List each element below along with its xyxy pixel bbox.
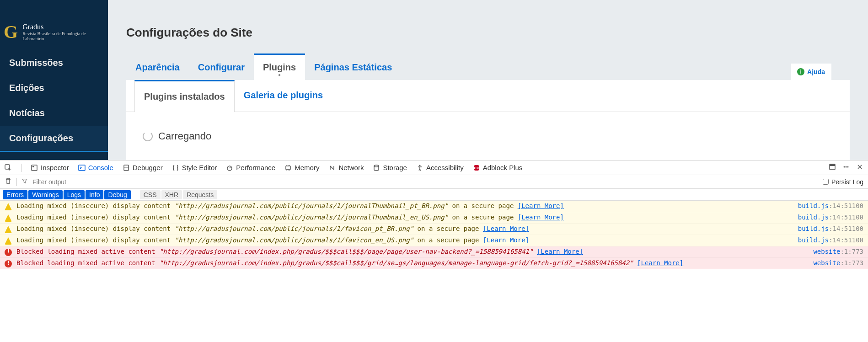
message-source[interactable]: build.js:14:51100 (798, 214, 863, 221)
subtab-plugins-instalados[interactable]: Plugins instalados (134, 80, 235, 112)
message-text: Loading mixed (insecure) display content… (16, 236, 793, 244)
cat-errors[interactable]: Errors (3, 190, 27, 199)
panel-loading: Carregando (126, 112, 850, 160)
tabs: Aparência Configurar Plugins● Páginas Es… (126, 53, 850, 80)
subtabs: Plugins instalados Galeria de plugins (126, 80, 850, 112)
devtool-inspector[interactable]: Inspector (31, 164, 69, 171)
console-message[interactable]: Loading mixed (insecure) display content… (0, 235, 868, 246)
learn-more-link[interactable]: [Learn More] (483, 236, 529, 244)
filter-input[interactable] (32, 178, 818, 186)
persist-log-checkbox[interactable] (823, 179, 829, 185)
persist-log-toggle[interactable]: Persist Log (823, 178, 863, 186)
trash-icon[interactable] (5, 177, 12, 186)
logo-glyph: G (4, 23, 18, 41)
devtool-style-editor[interactable]: Style Editor (172, 164, 217, 171)
help-button[interactable]: i Ajuda (791, 64, 831, 80)
console-message[interactable]: Blocked loading mixed active content "ht… (0, 246, 868, 258)
close-devtools-icon[interactable] (856, 163, 863, 172)
svg-point-7 (374, 165, 379, 167)
dock-icon[interactable] (829, 163, 836, 172)
message-text: Loading mixed (insecure) display content… (16, 225, 793, 232)
help-label: Ajuda (807, 68, 825, 75)
svg-point-12 (844, 166, 845, 168)
sidebar-item-configuracoes[interactable]: Configurações (0, 126, 108, 152)
tab-plugins[interactable]: Plugins● (254, 53, 305, 80)
cat-css[interactable]: CSS (140, 190, 161, 199)
info-icon: i (797, 68, 804, 75)
message-text: Loading mixed (insecure) display content… (16, 202, 793, 209)
tab-paginas-estaticas[interactable]: Páginas Estáticas (305, 53, 401, 80)
cat-requests[interactable]: Requests (183, 190, 217, 199)
message-source[interactable]: build.js:14:51100 (798, 236, 863, 244)
pick-element-icon[interactable] (5, 164, 12, 171)
loading-dot-icon: ● (278, 72, 281, 77)
console-message[interactable]: Blocked loading mixed active content "ht… (0, 258, 868, 269)
message-text: Loading mixed (insecure) display content… (16, 214, 793, 221)
logo-subtitle: Revista Brasileira de Fonologia de Labor… (22, 31, 101, 41)
message-source[interactable]: website:1:773 (813, 248, 863, 255)
warning-icon (5, 203, 12, 210)
svg-text:ABP: ABP (473, 166, 480, 170)
logo-text: Gradus Revista Brasileira de Fonologia d… (22, 23, 101, 41)
message-source[interactable]: build.js:14:51100 (798, 225, 863, 232)
logo-title: Gradus (22, 23, 101, 31)
svg-rect-1 (32, 165, 37, 171)
message-text: Blocked loading mixed active content "ht… (16, 248, 809, 255)
warning-icon (5, 226, 12, 233)
kebab-icon[interactable] (842, 163, 850, 172)
devtool-performance[interactable]: Performance (226, 164, 275, 171)
logo[interactable]: G Gradus Revista Brasileira de Fonologia… (0, 0, 108, 50)
cat-logs[interactable]: Logs (64, 190, 85, 199)
subtab-galeria-plugins[interactable]: Galeria de plugins (235, 80, 332, 112)
main-content: Configurações do Site Aparência Configur… (108, 0, 868, 160)
devtool-network[interactable]: Network (328, 164, 364, 171)
devtool-storage[interactable]: Storage (373, 164, 407, 171)
sidebar-item-edicoes[interactable]: Edições (0, 75, 108, 101)
sidebar-item-noticias[interactable]: Notícias (0, 101, 108, 126)
panel-loading-text: Carregando (158, 130, 211, 142)
error-icon (5, 260, 12, 267)
devtool-console[interactable]: Console (78, 164, 113, 171)
sidebar: G Gradus Revista Brasileira de Fonologia… (0, 0, 108, 160)
sidebar-item-submissoes[interactable]: Submissões (0, 50, 108, 75)
learn-more-link[interactable]: [Learn More] (537, 248, 583, 255)
svg-point-14 (847, 166, 849, 168)
svg-rect-11 (830, 164, 835, 166)
svg-point-8 (419, 165, 420, 166)
error-icon (5, 249, 12, 256)
console-messages[interactable]: Loading mixed (insecure) display content… (0, 201, 868, 282)
cat-info[interactable]: Info (86, 190, 103, 199)
cat-debug[interactable]: Debug (104, 190, 130, 199)
svg-rect-2 (32, 166, 34, 167)
tab-aparencia[interactable]: Aparência (126, 53, 189, 80)
page-title: Configurações do Site (126, 26, 850, 40)
devtools-toolbar: Inspector Console Debugger Style Editor … (0, 160, 868, 175)
learn-more-link[interactable]: [Learn More] (483, 225, 529, 232)
message-source[interactable]: website:1:773 (813, 259, 863, 267)
cat-warnings[interactable]: Warnings (28, 190, 63, 199)
message-source[interactable]: build.js:14:51100 (798, 202, 863, 209)
devtools-panel: Inspector Console Debugger Style Editor … (0, 160, 868, 282)
devtool-debugger[interactable]: Debugger (123, 164, 163, 171)
devtools-category-bar: Errors Warnings Logs Info Debug CSS XHR … (0, 189, 868, 201)
learn-more-link[interactable]: [Learn More] (518, 214, 564, 221)
console-message[interactable]: Loading mixed (insecure) display content… (0, 212, 868, 224)
cat-xhr[interactable]: XHR (161, 190, 182, 199)
devtool-memory[interactable]: Memory (284, 164, 319, 171)
devtool-accessibility[interactable]: Accessibility (416, 164, 464, 171)
warning-icon (5, 214, 12, 222)
plugins-panel: Plugins instalados Galeria de plugins Ca… (126, 80, 850, 160)
console-message[interactable]: Loading mixed (insecure) display content… (0, 224, 868, 235)
devtool-adblock-plus[interactable]: ABPAdblock Plus (473, 164, 523, 171)
learn-more-link[interactable]: [Learn More] (637, 259, 683, 267)
warning-icon (5, 237, 12, 245)
funnel-icon (21, 178, 28, 186)
tab-configurar[interactable]: Configurar (189, 53, 254, 80)
svg-rect-6 (286, 166, 290, 170)
spinner-icon (143, 131, 153, 141)
console-message[interactable]: Loading mixed (insecure) display content… (0, 201, 868, 212)
message-text: Blocked loading mixed active content "ht… (16, 259, 809, 267)
learn-more-link[interactable]: [Learn More] (518, 202, 564, 209)
devtools-filter-bar: Persist Log (0, 175, 868, 189)
svg-point-13 (846, 166, 847, 168)
